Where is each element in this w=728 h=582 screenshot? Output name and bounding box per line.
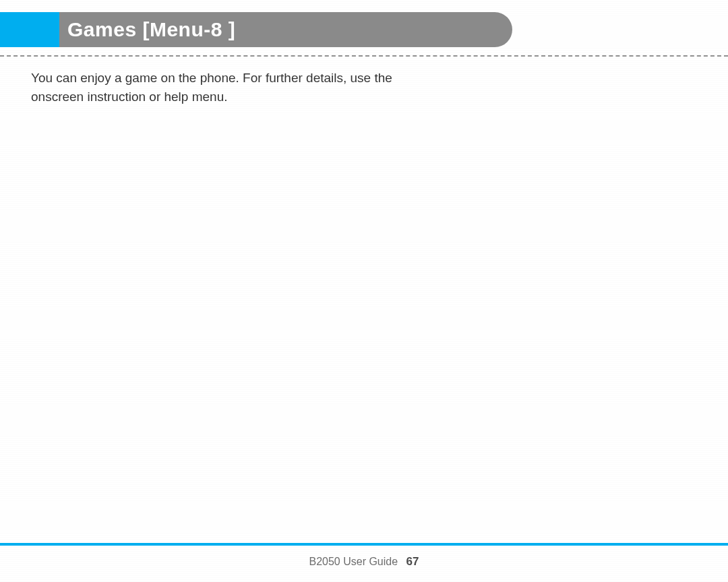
footer-rule — [0, 543, 728, 546]
dashed-divider — [0, 55, 728, 57]
page-footer: B2050 User Guide 67 — [0, 543, 728, 569]
header-accent-tab — [0, 12, 59, 47]
body-paragraph: You can enjoy a game on the phone. For f… — [31, 69, 408, 106]
footer-page-number: 67 — [406, 555, 419, 568]
section-header: Games [Menu-8 ] — [0, 12, 512, 47]
footer-guide-label: B2050 User Guide — [309, 556, 398, 568]
header-title-pill: Games [Menu-8 ] — [59, 12, 512, 47]
section-title: Games [Menu-8 ] — [67, 18, 235, 41]
